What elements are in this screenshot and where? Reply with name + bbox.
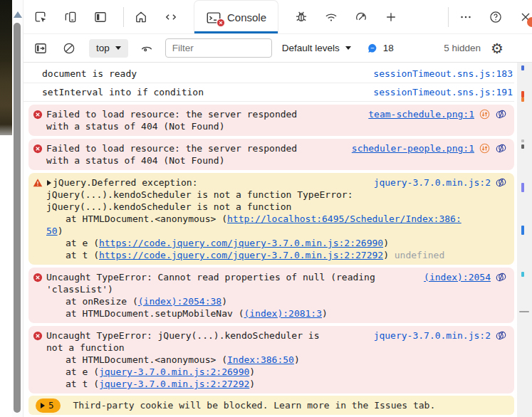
stack-source-link[interactable]: (index):2081:3 bbox=[244, 308, 322, 319]
live-expression-eye-icon[interactable] bbox=[140, 41, 154, 56]
scroll-marker-gray bbox=[521, 144, 524, 149]
network-conditions-wifi-icon[interactable] bbox=[324, 10, 338, 24]
stack-source-link[interactable]: jquery-3.7.0.min.js:2:26990 bbox=[99, 366, 249, 377]
open-in-network-icon[interactable] bbox=[479, 142, 491, 154]
message-count: 18 bbox=[383, 43, 394, 53]
help-icon[interactable] bbox=[489, 10, 503, 24]
debugger-bug-icon[interactable] bbox=[294, 10, 308, 24]
source-link[interactable]: sessionTimeout.sns.js:191 bbox=[373, 87, 513, 97]
stack-source-link[interactable]: https://code.jquery.com/jquery-3.7.0.min… bbox=[99, 250, 383, 260]
error-icon bbox=[33, 331, 43, 341]
console-sub-toolbar: top Default levels 18 5 bbox=[24, 33, 532, 63]
scroll-marker-red bbox=[521, 91, 524, 97]
expand-caret-icon bbox=[41, 403, 45, 408]
source-link[interactable]: jquery-3.7.0.min.js:2 bbox=[374, 330, 491, 341]
console-sidebar-icon[interactable] bbox=[33, 41, 48, 56]
issues-count-badge[interactable]: 5 bbox=[36, 398, 61, 413]
settings-gear-icon[interactable]: ⚙ bbox=[491, 41, 504, 56]
console-message-counter[interactable]: 18 bbox=[367, 43, 394, 54]
scroll-marker-blue bbox=[521, 65, 524, 70]
source-link[interactable]: sessionTimeout.sns.js:183 bbox=[373, 68, 513, 79]
source-link[interactable]: jquery-3.7.0.min.js:2 bbox=[374, 177, 491, 188]
tab-console[interactable]: Console bbox=[194, 0, 278, 33]
inspect-element-icon[interactable] bbox=[33, 10, 48, 24]
filter-input[interactable] bbox=[165, 38, 272, 58]
performance-gauge-icon[interactable] bbox=[354, 10, 368, 24]
stack-frame-line: at onResize ((index):2054:38) bbox=[46, 295, 507, 307]
console-error-classlist: Uncaught TypeError: Cannot read properti… bbox=[28, 268, 514, 323]
page-photo-fragment bbox=[0, 0, 12, 135]
warning-message-line: jQuery(...).kendoScheduler is not a func… bbox=[46, 201, 507, 213]
scroll-marker-cyan bbox=[521, 272, 524, 277]
copilot-explain-icon[interactable] bbox=[495, 329, 507, 342]
error-message-line: with a status of 404 (Not Found) bbox=[46, 154, 507, 167]
scroll-marker-lightgray bbox=[521, 139, 524, 142]
copilot-explain-icon[interactable] bbox=[495, 271, 507, 283]
devtools-pane: Console bbox=[23, 0, 532, 417]
stack-source-link[interactable]: Index:386:50 bbox=[227, 354, 294, 365]
log-levels-dropdown[interactable]: Default levels bbox=[282, 43, 351, 53]
source-link[interactable]: (index):2054 bbox=[424, 272, 491, 283]
stack-source-link[interactable]: https://code.jquery.com/jquery-3.7.0.min… bbox=[99, 238, 383, 248]
stack-frame-line: at HTMLDocument.<anonymous> (Index:386:5… bbox=[46, 354, 507, 366]
open-in-network-icon[interactable] bbox=[479, 108, 491, 120]
page-scrollbar[interactable] bbox=[12, 0, 23, 417]
chevron-down-icon bbox=[115, 46, 121, 50]
source-link[interactable]: team-schedule.png:1 bbox=[368, 109, 474, 120]
scroll-marker-orange bbox=[521, 97, 524, 102]
copilot-explain-icon[interactable] bbox=[495, 108, 507, 120]
clipped-edge-button[interactable] bbox=[527, 17, 532, 27]
stack-source-link[interactable]: (index):2054:38 bbox=[138, 296, 221, 307]
stack-frame-line: 50) bbox=[46, 225, 507, 237]
stack-source-link[interactable]: jquery-3.7.0.min.js:2:27292 bbox=[99, 379, 249, 389]
expand-caret-icon[interactable] bbox=[47, 180, 51, 186]
context-selector-dropdown[interactable]: top bbox=[89, 39, 128, 58]
cookie-warning-bar[interactable]: 5 Third-party cookie will be blocked. Le… bbox=[28, 396, 514, 415]
console-messages-area: document is ready sessionTimeout.sns.js:… bbox=[24, 63, 532, 417]
edge-devtools-window: Console bbox=[0, 0, 532, 417]
console-error-404-scheduler-people: Failed to load resource: the server resp… bbox=[28, 139, 514, 170]
error-message-line: with a status of 404 (Not Found) bbox=[46, 120, 507, 132]
error-icon bbox=[33, 144, 43, 154]
activity-bar-panel-icon[interactable] bbox=[93, 10, 108, 24]
device-emulation-icon[interactable] bbox=[63, 10, 78, 24]
warning-icon bbox=[33, 178, 43, 188]
more-options-icon[interactable] bbox=[459, 10, 473, 24]
home-tab-icon[interactable] bbox=[134, 10, 148, 24]
copilot-explain-icon[interactable] bbox=[495, 142, 507, 154]
stack-frame-line: at e (https://code.jquery.com/jquery-3.7… bbox=[46, 237, 507, 249]
copilot-explain-icon[interactable] bbox=[495, 176, 507, 189]
cookie-warning-text: Third-party cookie will be blocked. Lear… bbox=[73, 400, 436, 411]
stack-source-link[interactable]: http://localhost:6495/Scheduler/Index:38… bbox=[227, 213, 461, 224]
console-error-badge bbox=[217, 19, 225, 27]
page-background-strip bbox=[0, 0, 12, 417]
undefined-value: undefined bbox=[395, 250, 444, 260]
warning-message-line: jQuery(...).kendoScheduler is not a func… bbox=[46, 189, 507, 201]
context-selector-value: top bbox=[96, 43, 110, 53]
console-error-404-team-schedule: Failed to load resource: the server resp… bbox=[28, 105, 514, 136]
error-icon bbox=[33, 273, 43, 283]
stack-source-link[interactable]: 50 bbox=[46, 226, 58, 236]
message-bubble-icon bbox=[367, 43, 378, 54]
scroll-marker-blue2 bbox=[521, 226, 524, 235]
console-log-row: document is ready sessionTimeout.sns.js:… bbox=[24, 65, 514, 83]
console-icon bbox=[206, 10, 221, 24]
toolbar-separator bbox=[448, 7, 449, 27]
scroll-marker-line bbox=[519, 311, 529, 312]
stack-frame-line: at HTMLDocument.setupMobileNav ((index):… bbox=[46, 307, 507, 320]
console-error-kendoscheduler: Uncaught TypeError: jQuery(...).kendoSch… bbox=[28, 326, 514, 394]
issues-count: 5 bbox=[48, 400, 54, 411]
log-levels-label: Default levels bbox=[282, 43, 340, 53]
clear-console-icon[interactable] bbox=[62, 41, 76, 56]
console-scroll-marker-strip[interactable] bbox=[517, 63, 532, 417]
error-icon bbox=[33, 110, 43, 120]
source-link[interactable]: scheduler-people.png:1 bbox=[352, 143, 474, 154]
scrollbar-thumb[interactable] bbox=[14, 23, 21, 413]
sources-code-tab-icon[interactable] bbox=[164, 10, 178, 24]
devtools-main-toolbar: Console bbox=[24, 0, 532, 33]
stack-frame-line: at t (jquery-3.7.0.min.js:2:27292) bbox=[46, 378, 507, 390]
add-tools-plus-icon[interactable] bbox=[384, 10, 398, 24]
chevron-down-icon bbox=[345, 46, 351, 50]
scrollbar-up-arrow[interactable] bbox=[14, 11, 22, 18]
hidden-messages-label: 5 hidden bbox=[444, 43, 481, 53]
